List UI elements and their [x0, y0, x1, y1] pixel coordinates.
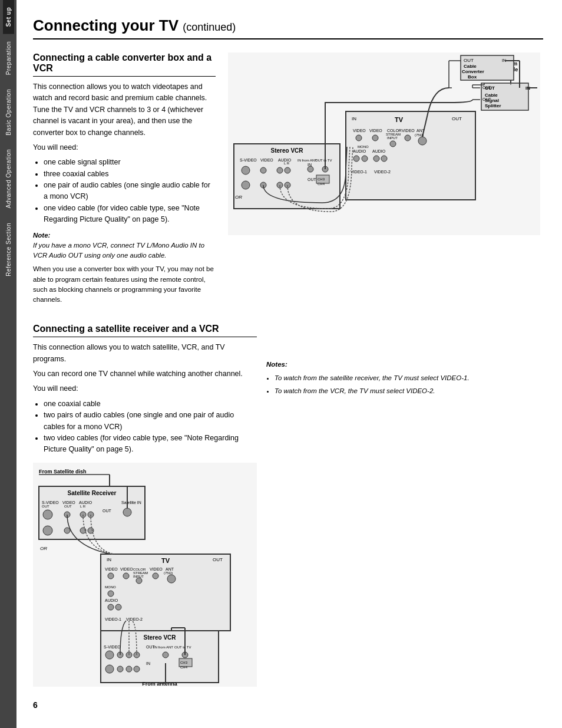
- svg-text:S-VIDEO: S-VIDEO: [42, 500, 59, 505]
- note-item-1: To watch from the satellite receiver, th…: [275, 373, 543, 383]
- svg-point-117: [136, 578, 142, 584]
- svg-text:Converter: Converter: [462, 69, 484, 74]
- side-tab-navigation: Set up Preparation Basic Operation Advan…: [0, 0, 16, 728]
- sidebar-item-reference-section[interactable]: Reference Section: [3, 216, 14, 284]
- svg-text:From antenna: From antenna: [142, 681, 178, 687]
- svg-point-126: [108, 604, 114, 610]
- svg-text:OUT: OUT: [452, 116, 462, 121]
- svg-text:OR: OR: [40, 546, 47, 551]
- svg-point-127: [115, 604, 121, 610]
- section1-you-will-need: You will need:: [33, 142, 216, 153]
- list-item: two video cables (for video cable type, …: [44, 433, 257, 456]
- svg-text:CH4: CH4: [180, 666, 188, 669]
- svg-text:INPUT: INPUT: [387, 136, 398, 140]
- svg-text:S-VIDEO: S-VIDEO: [104, 645, 121, 649]
- svg-point-43: [405, 135, 411, 141]
- svg-text:VIDEO: VIDEO: [120, 567, 133, 571]
- svg-point-67: [242, 181, 250, 189]
- cable-converter-diagram: From Cable OUT Cable Signal Splitter IN …: [225, 52, 543, 235]
- svg-text:VIDEO: VIDEO: [402, 129, 415, 133]
- svg-point-98: [123, 508, 131, 516]
- svg-point-102: [43, 526, 52, 535]
- note-italic: If you have a mono VCR, connect TV L/Mon…: [33, 241, 216, 261]
- sidebar-item-setup[interactable]: Set up: [3, 0, 14, 34]
- svg-text:Satellite Receiver: Satellite Receiver: [68, 490, 117, 496]
- list-item: three coaxial cables: [44, 169, 216, 180]
- svg-text:VIDEO: VIDEO: [150, 567, 163, 571]
- svg-point-64: [277, 167, 283, 173]
- svg-text:Cable: Cable: [464, 64, 477, 69]
- svg-text:Satellite IN: Satellite IN: [121, 500, 141, 505]
- note-item-2: To watch from the VCR, the TV must selec…: [275, 386, 543, 396]
- svg-point-49: [381, 156, 387, 162]
- svg-text:Box: Box: [468, 74, 477, 80]
- satellite-diagram-area: From Satellite dish Satellite Receiver S…: [33, 463, 257, 689]
- svg-text:VIDEO: VIDEO: [105, 567, 118, 571]
- list-item: one coaxial cable: [44, 398, 257, 410]
- section1-heading: Connecting a cable converter box and a V…: [33, 52, 216, 77]
- svg-text:CH3: CH3: [318, 177, 325, 181]
- svg-text:IN from ANT: IN from ANT: [154, 645, 173, 649]
- list-item: one video cable (for video cable type, s…: [44, 203, 216, 226]
- svg-text:AUDIO: AUDIO: [105, 598, 118, 602]
- section2-intro2: You can record one TV channel while watc…: [33, 368, 257, 380]
- svg-point-37: [372, 135, 378, 141]
- svg-text:AUDIO: AUDIO: [353, 149, 366, 153]
- section2-notes: Notes: To watch from the satellite recei…: [266, 359, 543, 396]
- title-main: Connecting your TV: [33, 17, 178, 34]
- svg-text:OUT: OUT: [482, 97, 492, 101]
- svg-point-46: [362, 156, 368, 162]
- svg-point-92: [43, 510, 52, 519]
- svg-point-103: [64, 528, 70, 533]
- svg-point-122: [167, 575, 176, 583]
- svg-point-41: [390, 141, 396, 147]
- svg-text:VIDEO-1: VIDEO-1: [351, 170, 367, 174]
- svg-text:Splitter: Splitter: [485, 103, 501, 108]
- note-plain: When you use a converter box with your T…: [33, 264, 216, 305]
- svg-point-141: [134, 666, 140, 672]
- section2-right: Notes: To watch from the satellite recei…: [266, 324, 543, 688]
- svg-text:OUT: OUT: [464, 58, 474, 63]
- svg-point-35: [356, 135, 362, 141]
- svg-text:OUT to TV: OUT to TV: [174, 645, 191, 649]
- section1-note: Note: If you have a mono VCR, connect TV…: [33, 230, 216, 305]
- svg-text:Stereo VCR: Stereo VCR: [270, 147, 303, 154]
- svg-point-113: [123, 573, 129, 579]
- svg-text:IN: IN: [107, 557, 111, 562]
- section-cable-converter: Connecting a cable converter box and a V…: [33, 52, 543, 305]
- svg-text:L    R: L R: [80, 505, 86, 508]
- svg-point-48: [373, 156, 379, 162]
- svg-text:VIDEO: VIDEO: [260, 158, 273, 162]
- svg-text:VIDEO-2: VIDEO-2: [374, 170, 391, 174]
- page-title: Connecting your TV (continued): [33, 17, 543, 39]
- svg-text:AUDIO: AUDIO: [79, 500, 92, 505]
- svg-text:IN: IN: [352, 116, 356, 121]
- section2-you-will-need: You will need:: [33, 383, 257, 394]
- svg-point-45: [353, 156, 359, 162]
- sidebar-item-advanced-operation[interactable]: Advanced Operation: [3, 142, 14, 215]
- svg-point-139: [117, 666, 123, 672]
- svg-text:VIDEO: VIDEO: [369, 129, 382, 133]
- section2-needs-list: one coaxial cable two pairs of audio cab…: [33, 398, 257, 456]
- note-title: Note:: [33, 230, 216, 241]
- sidebar-item-preparation[interactable]: Preparation: [3, 34, 14, 82]
- svg-point-62: [242, 166, 250, 174]
- section1-left: Connecting a cable converter box and a V…: [33, 52, 216, 305]
- title-continued: (continued): [183, 21, 236, 33]
- svg-text:CH3: CH3: [180, 661, 188, 664]
- section1-needs-list: one cable signal splitter three coaxial …: [33, 157, 216, 225]
- section2-heading: Connecting a satellite receiver and a VC…: [33, 324, 257, 337]
- sidebar-item-basic-operation[interactable]: Basic Operation: [3, 82, 14, 143]
- svg-text:MONO: MONO: [358, 145, 369, 149]
- svg-text:OUT: OUT: [103, 509, 112, 513]
- svg-point-119: [153, 573, 158, 579]
- satellite-diagram: From Satellite dish Satellite Receiver S…: [33, 463, 257, 687]
- notes-title: Notes:: [266, 359, 543, 370]
- main-content: Connecting your TV (continued) Connectin…: [16, 0, 562, 728]
- svg-text:L    R: L R: [284, 162, 290, 165]
- svg-point-65: [285, 167, 290, 173]
- svg-text:MONO: MONO: [105, 585, 116, 589]
- svg-text:IN from ANT: IN from ANT: [297, 159, 317, 162]
- section2-intro1: This connection allows you to watch sate…: [33, 342, 257, 365]
- svg-point-124: [108, 591, 114, 597]
